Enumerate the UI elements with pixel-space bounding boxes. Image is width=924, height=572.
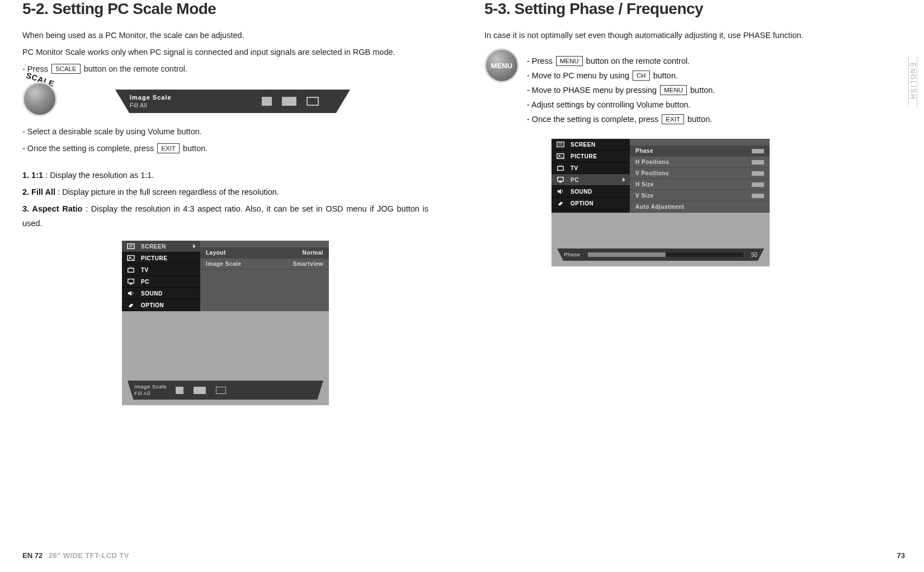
osd-menu-label: SOUND (141, 290, 163, 297)
osd-sub-item: LayoutNormal (200, 247, 329, 259)
osd-panel-phase: SCREENPICTURETVPCSOUNDOPTION PhaseH Posi… (551, 139, 770, 266)
osd-menu-item-pc: PC (551, 174, 630, 186)
scale-osd-strip: Image Scale Fill All (115, 90, 350, 113)
intro-p2: PC Monitor Scale works only when PC sign… (22, 45, 428, 59)
osd-menu-item-tv: TV (122, 264, 200, 276)
osd-menu-label: TV (141, 267, 149, 273)
model-name: 26" WIDE TFT-LCD TV (49, 551, 129, 560)
pc-icon (556, 176, 565, 183)
osd-panel-scale: SCREENPICTURETVPCSOUNDOPTION LayoutNorma… (122, 241, 329, 405)
svg-rect-18 (558, 177, 564, 181)
mode-aspect-label: 3. Aspect Ratio (22, 204, 82, 213)
osd-sub-item: Phase (630, 146, 770, 157)
osd-sidebar: SCREENPICTURETVPCSOUNDOPTION (122, 241, 200, 311)
osd-menu-item-option: OPTION (551, 198, 630, 209)
picture-icon (556, 153, 565, 160)
osd-sub-label: Image Scale (206, 261, 241, 267)
osd-sidebar: SCREENPICTURETVPCSOUNDOPTION (551, 139, 630, 213)
section-title-right: 5-3. Setting Phase / Frequency (484, 0, 885, 18)
right-page: 5-3. Setting Phase / Frequency In case i… (462, 0, 902, 572)
step-select-scale: - Select a desirable scale by using Volu… (22, 124, 428, 139)
screen-icon (126, 243, 135, 250)
osd-menu-item-picture: PICTURE (122, 252, 200, 264)
osd-menu-label: SCREEN (141, 243, 166, 250)
osd-phase-strip: Phase 50 (557, 249, 764, 261)
osd-menu-label: PC (141, 279, 149, 285)
osd-menu-label: PC (571, 177, 579, 183)
svg-rect-19 (559, 182, 562, 183)
svg-rect-8 (128, 279, 134, 283)
phase-step-4: - Adjust settings by controlling Volume … (527, 97, 715, 112)
osd-strip-title: Image Scale (134, 383, 167, 390)
osd-menu-label: SCREEN (571, 142, 596, 148)
osd-menu-label: SOUND (571, 189, 592, 195)
osd-bottom-strip: Image Scale Fill All (128, 381, 323, 400)
slider-icon (752, 182, 764, 187)
scale-mode-list: 1. 1:1 : Display the resolution as 1:1. … (22, 168, 428, 231)
left-page: 5-2. Setting PC Scale Mode When being us… (22, 0, 462, 572)
side-language-tab: ENGLISH (908, 56, 917, 107)
osd-sub-label: V Size (635, 193, 653, 199)
scale-button-row: SCALE Image Scale Fill All (22, 81, 428, 124)
tv-icon (126, 266, 135, 273)
sound-icon (556, 188, 565, 195)
slider-icon (752, 171, 764, 176)
mode-1to1-text: : Display the resolution as 1:1. (43, 171, 154, 180)
sound-icon (126, 290, 135, 297)
osd-menu-item-option: OPTION (122, 299, 200, 311)
osd-menu-item-sound: SOUND (122, 288, 200, 299)
step-exit: - Once the setting is complete, press EX… (22, 141, 428, 156)
phase-strip-value: 50 (751, 252, 757, 258)
menu-key-label-2: MENU (660, 85, 687, 95)
pc-icon (126, 278, 135, 285)
osd-sub-label: Phase (635, 148, 653, 154)
mode-1to1-label: 1. 1:1 (22, 171, 43, 180)
osd-menu-item-tv: TV (551, 162, 630, 174)
tv-icon (556, 165, 565, 171)
press-scale-line: - Press SCALE button on the remote contr… (22, 62, 428, 76)
chevron-right-icon (623, 177, 625, 182)
aspect-fillall-icon (194, 387, 206, 394)
osd-sub-item: Auto Adjustment (630, 201, 770, 213)
osd-menu-item-sound: SOUND (551, 186, 630, 198)
slider-icon (752, 160, 764, 165)
osd-menu-label: OPTION (571, 200, 593, 207)
section-title-left: 5-2. Setting PC Scale Mode (22, 0, 428, 18)
phase-slider-icon (588, 252, 743, 257)
menu-button-label: MENU (491, 62, 512, 70)
page-number-left: EN 72 (22, 551, 43, 560)
page-number-right: 73 (897, 551, 905, 560)
osd-sub-label: V Positions (635, 170, 669, 176)
slider-icon (752, 194, 764, 198)
svg-rect-5 (128, 268, 134, 272)
aspect-1to1-icon (176, 387, 183, 394)
mode-fillall-text: : Display picture in the full screen reg… (55, 187, 279, 196)
svg-rect-9 (129, 284, 132, 285)
aspect-fillall-icon (282, 97, 296, 106)
osd-sub-item: H Size (630, 179, 770, 190)
aspect-4to3-icon (216, 387, 226, 394)
option-icon (556, 200, 565, 207)
osd-sub-value: Normal (303, 250, 323, 256)
aspect-1to1-icon (262, 97, 272, 106)
osd-menu-label: TV (571, 165, 578, 171)
exit-key-label: EXIT (157, 143, 180, 153)
mode-aspect-text: : Display the resolution in 4:3 aspect r… (22, 204, 428, 228)
osd-sub-label: H Size (635, 181, 654, 187)
osd-menu-item-screen: SCREEN (551, 139, 630, 151)
menu-key-label: MENU (556, 56, 583, 66)
aspect-4to3-icon (307, 97, 319, 106)
phase-intro: In case it is not optimally set even tho… (484, 28, 885, 43)
screen-icon (556, 141, 565, 148)
slider-icon (752, 149, 764, 153)
mode-fillall-label: 2. Fill All (22, 187, 55, 196)
option-icon (126, 302, 135, 308)
osd-submenu: PhaseH PositionsV PositionsH SizeV SizeA… (630, 146, 770, 213)
menu-remote-button-icon: MENU (484, 48, 519, 83)
osd-sub-item: Image ScaleSmartview (200, 259, 329, 270)
osd-sub-item: H Positions (630, 157, 770, 168)
menu-button-row: MENU - Press MENU button on the remote c… (484, 47, 885, 126)
osd-menu-label: PICTURE (571, 153, 597, 160)
ch-key-label: CH (633, 71, 650, 81)
osd-menu-item-picture: PICTURE (551, 151, 630, 162)
